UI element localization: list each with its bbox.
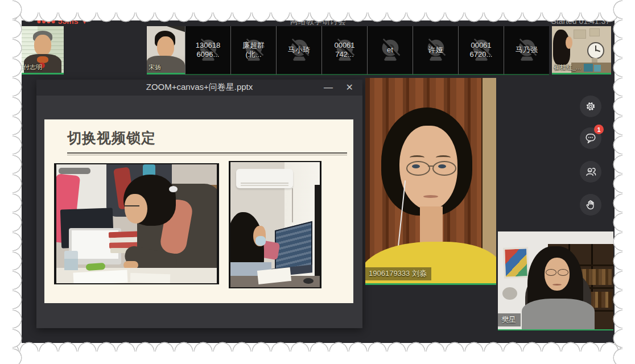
participants-icon [584, 166, 597, 178]
face-mask [255, 236, 266, 246]
door-edge [365, 78, 370, 285]
wall-frame [589, 28, 600, 36]
clock-hand [595, 49, 600, 52]
mouth [552, 284, 562, 286]
glasses-right-lens [432, 161, 456, 176]
participant-name: 00061742... [322, 26, 367, 74]
eyebrow [436, 155, 451, 160]
raised-hand-icon [584, 198, 597, 211]
participant-name: 许娅 [413, 26, 458, 74]
participant-tile-songyang[interactable]: 宋扬 [147, 26, 185, 75]
participants-button[interactable] [580, 161, 601, 183]
face [34, 35, 51, 56]
slide-photo-student-laptop [229, 161, 321, 288]
participant-name: 崔桂红_... [554, 63, 581, 72]
secondary-name-label: 樊星 [498, 313, 521, 326]
participant-tile-muted-6[interactable]: 许娅 [413, 26, 458, 75]
teal-box [594, 65, 601, 72]
meeting-topbar: ●●●● 55ms ▼ 网络教学研讨会 Started 01:41:37 [22, 20, 615, 26]
paper [130, 273, 171, 283]
chat-button[interactable]: 1 [580, 127, 601, 149]
participant-name: 廉超群(北... [231, 26, 276, 74]
gray-object [502, 287, 517, 300]
participant-tile-muted-4[interactable]: 00061742... [321, 26, 367, 75]
participant-strip: 付志明 宋扬 1306186096... 廉超群(北... [22, 26, 615, 76]
wall-frame [574, 30, 586, 39]
lace-border-left [0, 0, 24, 364]
participant-tile-cuiguihong[interactable]: 崔桂红_... [552, 26, 611, 75]
lace-border-bottom [0, 340, 635, 364]
ac-vent [241, 183, 288, 184]
wall-painting [503, 247, 529, 279]
lace-border-right [611, 0, 635, 364]
slide-photo-student-desk [54, 163, 219, 284]
eye [438, 164, 446, 168]
close-button[interactable]: ✕ [346, 81, 353, 94]
speaker-name-label: 1906179333 刘淼 [365, 267, 431, 280]
participant-tile-muted-5[interactable]: et [367, 26, 413, 75]
network-quality-indicator: ●●●● 55ms ▼ [36, 20, 88, 26]
participant-tile-muted-7[interactable]: 000616720... [458, 26, 504, 75]
ac-cable [292, 188, 293, 222]
shared-presentation-window: ZOOM+canvas+问卷星.pptx — ✕ 切换视频锁定 [36, 80, 362, 328]
participant-name: 1306186096... [185, 26, 230, 74]
paper [73, 270, 127, 284]
neck [420, 206, 443, 244]
screenshot-stage: ●●●● 55ms ▼ 网络教学研讨会 Started 01:41:37 付志明 [0, 0, 635, 364]
pencil-case [86, 263, 106, 271]
meeting-started-time: Started 01:41:37 [551, 20, 610, 26]
participant-tile-muted-8[interactable]: 马乃强 [504, 26, 549, 75]
minimize-button[interactable]: — [324, 81, 333, 94]
slide-heading: 切换视频锁定 [67, 129, 156, 147]
glasses-right-lens [558, 269, 568, 276]
participant-tile-muted-1[interactable]: 1306186096... [185, 26, 230, 75]
ac-vent [241, 185, 288, 186]
secondary-video[interactable]: 樊星 [498, 231, 613, 330]
hair-scrunchie [169, 186, 178, 192]
eye [412, 164, 420, 168]
air-conditioner [236, 169, 293, 188]
water-glass [64, 251, 78, 270]
participant-name: 付志明 [23, 63, 42, 72]
wall-clock [587, 42, 604, 59]
laptop-lid-edge [315, 185, 320, 282]
glasses-left-lens [406, 161, 430, 176]
raise-hand-button[interactable] [580, 194, 601, 216]
presentation-filename: ZOOM+canvas+问卷星.pptx [146, 82, 253, 93]
gear-icon [584, 100, 597, 113]
mouth [423, 195, 438, 198]
face [157, 36, 174, 58]
teal-box [584, 64, 593, 72]
participant-tile-muted-3[interactable]: 马小琦 [276, 26, 321, 75]
water [64, 259, 78, 270]
eyebrow [410, 155, 424, 160]
gray-top [522, 299, 595, 330]
camera-watermark [59, 168, 90, 174]
student-face [125, 194, 147, 224]
participant-tile-muted-2[interactable]: 廉超群(北... [230, 26, 276, 75]
chat-unread-badge: 1 [594, 125, 604, 134]
heading-underline-2 [67, 155, 347, 155]
participant-name: 马乃强 [504, 26, 549, 74]
participant-name: 000616720... [459, 26, 504, 74]
heading-underline [67, 152, 347, 154]
meeting-title: 网络教学研讨会 [290, 20, 346, 26]
participant-name: et [368, 26, 413, 74]
participant-tile-fuzhiming[interactable]: 付志明 [22, 26, 64, 75]
participant-name: 宋扬 [149, 63, 161, 72]
zoom-meeting-window: ●●●● 55ms ▼ 网络教学研讨会 Started 01:41:37 付志明 [22, 20, 615, 343]
slide-canvas: 切换视频锁定 [44, 119, 353, 303]
presentation-titlebar[interactable]: ZOOM+canvas+问卷星.pptx — ✕ [36, 80, 362, 96]
chat-bubble-icon [584, 132, 597, 144]
settings-button[interactable] [580, 96, 601, 117]
glasses-bridge [428, 166, 434, 167]
glasses-left-lens [546, 269, 556, 276]
participant-name: 马小琦 [277, 26, 321, 74]
mouse [303, 278, 314, 284]
face [566, 36, 572, 49]
glasses [124, 205, 139, 206]
main-speaker-video[interactable]: 1906179333 刘淼 [365, 78, 496, 285]
